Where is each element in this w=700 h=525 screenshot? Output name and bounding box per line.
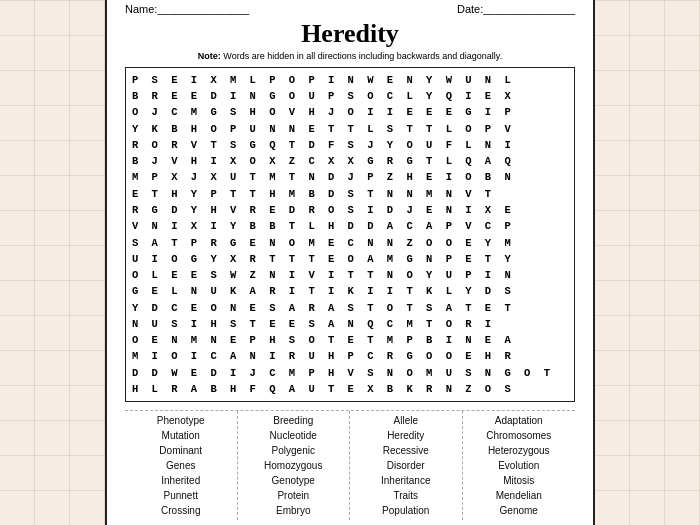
word-column-3: AdaptationChromosomesHeterozygousEvoluti… xyxy=(463,411,576,520)
word-item: Recessive xyxy=(383,443,429,458)
worksheet: Name:_______________ Date:______________… xyxy=(105,0,595,525)
word-item: Nucleotide xyxy=(270,428,317,443)
word-item: Genes xyxy=(166,458,195,473)
word-item: Heredity xyxy=(387,428,424,443)
word-column-1: BreedingNucleotidePolygenicHomozygousGen… xyxy=(238,411,351,520)
word-search-grid: P S E I X M L P O P I N W E N Y W U N L … xyxy=(125,67,575,402)
name-field: Name:_______________ xyxy=(125,3,249,15)
page-title: Heredity xyxy=(125,19,575,49)
word-item: Genotype xyxy=(272,473,315,488)
word-item: Mitosis xyxy=(503,473,534,488)
date-field: Date:_______________ xyxy=(457,3,575,15)
word-item: Inherited xyxy=(161,473,200,488)
word-item: Punnett xyxy=(164,488,198,503)
word-item: Chromosomes xyxy=(486,428,551,443)
word-item: Disorder xyxy=(387,458,425,473)
word-item: Protein xyxy=(277,488,309,503)
word-item: Polygenic xyxy=(272,443,315,458)
word-item: Adaptation xyxy=(495,413,543,428)
word-item: Breeding xyxy=(273,413,313,428)
word-item: Evolution xyxy=(498,458,539,473)
note-text: Note: Words are hidden in all directions… xyxy=(125,51,575,61)
word-column-2: AlleleHeredityRecessiveDisorderInheritan… xyxy=(350,411,463,520)
word-item: Mutation xyxy=(162,428,200,443)
word-item: Mendelian xyxy=(496,488,542,503)
word-item: Dominant xyxy=(159,443,202,458)
word-column-0: PhenotypeMutationDominantGenesInheritedP… xyxy=(125,411,238,520)
word-item: Heterozygous xyxy=(488,443,550,458)
word-list: PhenotypeMutationDominantGenesInheritedP… xyxy=(125,410,575,520)
word-item: Traits xyxy=(393,488,418,503)
word-item: Inheritance xyxy=(381,473,430,488)
word-item: Homozygous xyxy=(264,458,322,473)
word-item: Genome xyxy=(500,503,538,518)
word-item: Allele xyxy=(394,413,418,428)
word-item: Phenotype xyxy=(157,413,205,428)
word-item: Crossing xyxy=(161,503,200,518)
word-item: Embryo xyxy=(276,503,310,518)
word-item: Population xyxy=(382,503,429,518)
